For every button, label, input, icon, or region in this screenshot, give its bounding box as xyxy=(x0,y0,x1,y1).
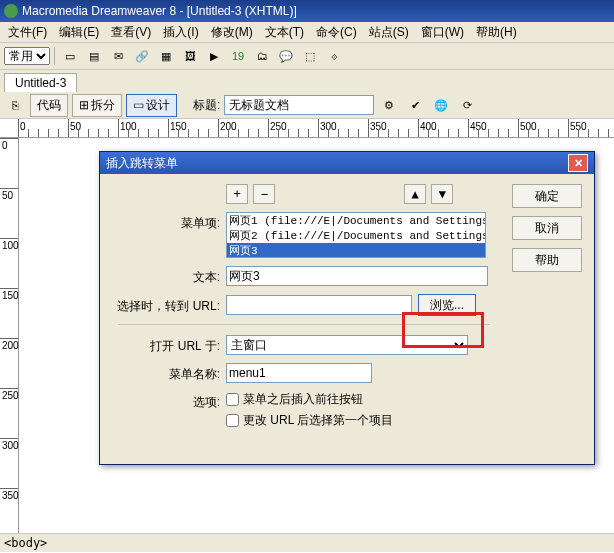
toolbar-icon[interactable]: ▤ xyxy=(83,45,105,67)
separator xyxy=(118,324,490,325)
move-down-button[interactable]: ▼ xyxy=(431,184,453,204)
toolbar-icon[interactable]: ▦ xyxy=(155,45,177,67)
remove-item-button[interactable]: − xyxy=(253,184,275,204)
toolbar-icon[interactable]: ▭ xyxy=(59,45,81,67)
toolbar-icon[interactable]: ⚙ xyxy=(378,94,400,116)
view-code-button[interactable]: 代码 xyxy=(30,94,68,117)
app-logo-icon xyxy=(4,4,18,18)
option-insert-go-button[interactable]: 菜单之后插入前往按钮 xyxy=(226,391,498,408)
browse-button[interactable]: 浏览... xyxy=(418,294,476,316)
view-split-button[interactable]: ⊞ 拆分 xyxy=(72,94,122,117)
tag-selector[interactable]: <body> xyxy=(4,536,47,550)
horizontal-ruler: 050100150200250300350400450500550600 xyxy=(0,119,614,138)
checkbox[interactable] xyxy=(226,414,239,427)
ok-button[interactable]: 确定 xyxy=(512,184,582,208)
vertical-ruler: 050100150200250300350 xyxy=(0,138,19,533)
toolbar-icon[interactable]: ⟳ xyxy=(456,94,478,116)
insert-toolbar: 常用 ▭ ▤ ✉ 🔗 ▦ 🖼 ▶ 19 🗂 💬 ⬚ ⟐ xyxy=(0,43,614,70)
insert-jump-menu-dialog: 插入跳转菜单 ✕ 确定 取消 帮助 + − ▲ ▼ 菜单项: xyxy=(99,151,595,465)
toolbar-icon[interactable]: 🗂 xyxy=(251,45,273,67)
add-item-button[interactable]: + xyxy=(226,184,248,204)
dialog-title: 插入跳转菜单 xyxy=(106,155,568,172)
toolbar-icon[interactable]: 19 xyxy=(227,45,249,67)
document-tab[interactable]: Untitled-3 xyxy=(4,73,77,92)
toolbar-icon[interactable]: 🔗 xyxy=(131,45,153,67)
toolbar-icon[interactable]: 🌐 xyxy=(430,94,452,116)
menu-bar: 文件(F) 编辑(E) 查看(V) 插入(I) 修改(M) 文本(T) 命令(C… xyxy=(0,22,614,43)
view-design-button[interactable]: ▭ 设计 xyxy=(126,94,177,117)
menu-insert[interactable]: 插入(I) xyxy=(157,22,204,43)
menu-commands[interactable]: 命令(C) xyxy=(310,22,363,43)
window-titlebar: Macromedia Dreamweaver 8 - [Untitled-3 (… xyxy=(0,0,614,22)
option-select-first-after-url-change[interactable]: 更改 URL 后选择第一个项目 xyxy=(226,412,498,429)
menu-view[interactable]: 查看(V) xyxy=(105,22,157,43)
menu-items-label: 菜单项: xyxy=(110,212,226,232)
toolbar-icon[interactable]: ✔ xyxy=(404,94,426,116)
cancel-button[interactable]: 取消 xyxy=(512,216,582,240)
menu-window[interactable]: 窗口(W) xyxy=(415,22,470,43)
document-title-input[interactable] xyxy=(224,95,374,115)
status-bar: <body> xyxy=(0,533,614,552)
insert-category-select[interactable]: 常用 xyxy=(4,47,50,65)
menu-items-listbox[interactable]: 网页1 (file:///E|/Documents and Settings, … xyxy=(226,212,486,258)
list-item[interactable]: 网页1 (file:///E|/Documents and Settings, xyxy=(227,213,485,228)
toolbar-icon[interactable]: ✉ xyxy=(107,45,129,67)
menu-site[interactable]: 站点(S) xyxy=(363,22,415,43)
checkbox[interactable] xyxy=(226,393,239,406)
toolbar-icon[interactable]: 🖼 xyxy=(179,45,201,67)
window-title: Macromedia Dreamweaver 8 - [Untitled-3 (… xyxy=(22,4,610,18)
toolbar-icon[interactable]: ▶ xyxy=(203,45,225,67)
options-label: 选项: xyxy=(110,391,226,411)
help-button[interactable]: 帮助 xyxy=(512,248,582,272)
dialog-titlebar: 插入跳转菜单 ✕ xyxy=(100,152,594,174)
item-text-input[interactable] xyxy=(226,266,488,286)
list-item[interactable]: 网页3 xyxy=(227,243,485,258)
list-item[interactable]: 网页2 (file:///E|/Documents and Settings, xyxy=(227,228,485,243)
toolbar-icon[interactable]: 💬 xyxy=(275,45,297,67)
menu-edit[interactable]: 编辑(E) xyxy=(53,22,105,43)
document-tab-row: Untitled-3 xyxy=(0,70,614,92)
toolbar-icon[interactable]: ⬚ xyxy=(299,45,321,67)
menu-name-label: 菜单名称: xyxy=(110,363,226,383)
open-in-label: 打开 URL 于: xyxy=(110,335,226,355)
document-toolbar: ⎘ 代码 ⊞ 拆分 ▭ 设计 标题: ⚙ ✔ 🌐 ⟳ xyxy=(0,92,614,119)
menu-help[interactable]: 帮助(H) xyxy=(470,22,523,43)
url-label: 选择时，转到 URL: xyxy=(110,295,226,315)
open-in-select[interactable]: 主窗口 xyxy=(226,335,468,355)
menu-name-input[interactable] xyxy=(226,363,372,383)
code-only-icon[interactable]: ⎘ xyxy=(4,94,26,116)
dialog-close-button[interactable]: ✕ xyxy=(568,154,588,172)
url-input[interactable] xyxy=(226,295,412,315)
title-label: 标题: xyxy=(193,97,220,114)
menu-text[interactable]: 文本(T) xyxy=(259,22,310,43)
menu-file[interactable]: 文件(F) xyxy=(2,22,53,43)
toolbar-icon[interactable]: ⟐ xyxy=(323,45,345,67)
menu-modify[interactable]: 修改(M) xyxy=(205,22,259,43)
text-label: 文本: xyxy=(110,266,226,286)
move-up-button[interactable]: ▲ xyxy=(404,184,426,204)
